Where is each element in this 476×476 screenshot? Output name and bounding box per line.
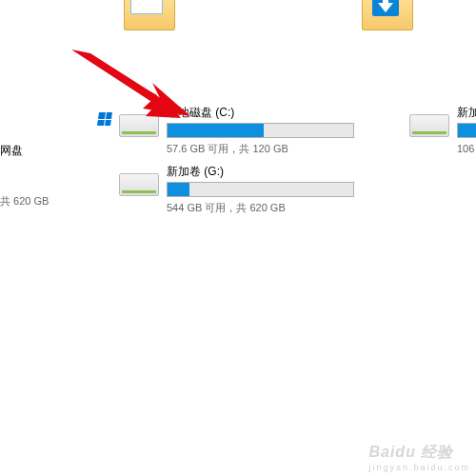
documents-folder-icon[interactable] <box>124 0 175 30</box>
drive-name: 本地磁盘 (C:) <box>167 105 352 121</box>
sidebar-item-netdisk[interactable]: 网盘 <box>0 143 23 159</box>
drive-usage-bar <box>457 123 476 138</box>
drive-subtitle: 106 GB 可用 <box>457 142 476 156</box>
drive-subtitle: 57.6 GB 可用，共 120 GB <box>167 142 352 156</box>
sidebar-size-text: 共 620 GB <box>0 194 49 208</box>
hard-drive-icon <box>119 166 157 196</box>
watermark-sub: jingyan.baidu.com <box>368 463 470 472</box>
drive-item-d[interactable]: 新加卷 (D:) 106 GB 可用 <box>409 105 476 156</box>
drive-item-c[interactable]: 本地磁盘 (C:) 57.6 GB 可用，共 120 GB <box>119 105 352 156</box>
drive-item-g[interactable]: 新加卷 (G:) 544 GB 可用，共 620 GB <box>119 164 352 215</box>
drive-subtitle: 544 GB 可用，共 620 GB <box>167 201 352 215</box>
downloads-folder-icon[interactable] <box>362 0 413 30</box>
hard-drive-icon <box>119 107 157 137</box>
drive-usage-bar <box>167 182 354 197</box>
drive-name: 新加卷 (G:) <box>167 164 352 180</box>
svg-marker-1 <box>71 50 167 107</box>
hard-drive-icon <box>409 107 447 137</box>
windows-logo-icon <box>97 112 112 126</box>
drive-name: 新加卷 (D:) <box>457 105 476 121</box>
watermark-main: Baidu 经验 <box>368 444 453 460</box>
watermark: Baidu 经验 jingyan.baidu.com <box>368 443 470 472</box>
drive-usage-bar <box>167 123 354 138</box>
